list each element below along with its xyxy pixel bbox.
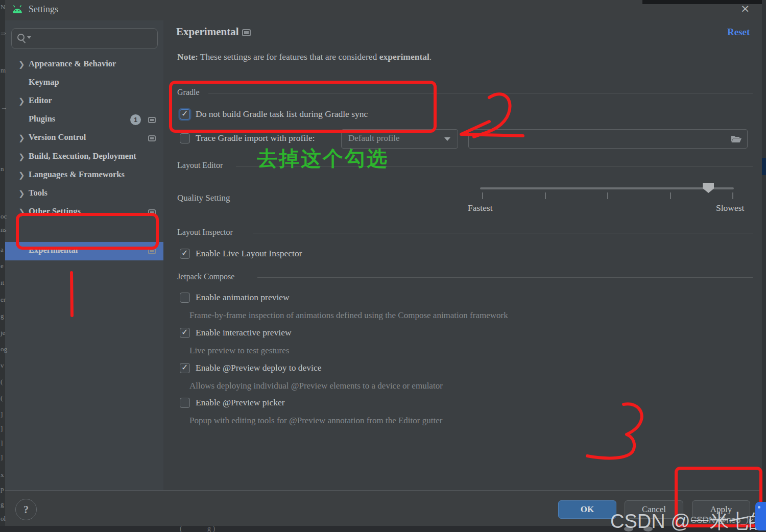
trace-gradle-checkbox[interactable] (180, 133, 190, 143)
chevron-right-icon[interactable]: ❯ (18, 96, 25, 106)
sidebar-item-version-control[interactable]: ❯ Version Control (5, 129, 163, 148)
chevron-right-icon[interactable]: ❯ (18, 189, 25, 198)
background-toolwindow-tab (762, 158, 766, 175)
sidebar-item-tools[interactable]: ❯ Tools (5, 185, 163, 203)
slider-max-label: Slowest (716, 203, 744, 213)
search-icon (17, 34, 25, 41)
watermark-small: CSDN @neo_尼欧 (690, 514, 763, 526)
monitor-icon (148, 117, 156, 123)
background-text-fragment: ] (1, 425, 3, 433)
background-text-fragment: oc (1, 212, 7, 221)
profile-path-input[interactable] (468, 129, 748, 149)
sidebar-item-other-settings[interactable]: ❯ Other Settings (5, 203, 163, 222)
sidebar-item-editor[interactable]: ❯ Editor (5, 92, 163, 111)
background-text-fragment: it (1, 279, 4, 287)
background-text-fragment: g (1, 500, 4, 509)
preview-deploy-label[interactable]: Enable @Preview deploy to device (196, 362, 321, 373)
search-options-caret-icon (27, 36, 31, 39)
ok-button[interactable]: OK (558, 500, 616, 519)
background-text-fragment: ] (1, 439, 3, 447)
preview-deploy-checkbox[interactable] (180, 363, 190, 373)
chevron-right-icon[interactable]: ❯ (18, 152, 25, 161)
background-text-fragment: g (1, 312, 4, 320)
monitor-icon (148, 135, 156, 141)
background-text-fragment: og (1, 345, 7, 353)
background-text-fragment: ( (1, 394, 3, 402)
background-text-fragment: je (1, 329, 5, 337)
interactive-preview-label[interactable]: Enable interactive preview (196, 327, 292, 338)
csdn-badge-icon (755, 502, 766, 530)
monitor-icon (148, 209, 156, 215)
background-text-fragment: v (1, 361, 4, 370)
background-window-strip-left: N⇒m→nocnsaeitergjeogv((]]]]xpgol (0, 0, 5, 532)
chevron-right-icon[interactable]: ❯ (18, 133, 25, 142)
section-label-layout-inspector: Layout Inspector (177, 228, 233, 237)
animation-preview-desc: Frame-by-frame inspection of animations … (189, 310, 508, 321)
profile-select-value: Default profile (348, 133, 400, 143)
preview-picker-checkbox[interactable] (180, 398, 190, 408)
help-button[interactable]: ? (15, 499, 37, 520)
reset-link[interactable]: Reset (727, 27, 750, 38)
note-text: Note: These settings are for features th… (177, 52, 432, 62)
quality-setting-label: Quality Setting (177, 193, 230, 203)
chevron-right-icon[interactable]: ❯ (18, 60, 25, 69)
footer-divider (5, 490, 762, 491)
background-text-fragment: x (1, 471, 4, 479)
sidebar-item-build-execution-deployment[interactable]: ❯ Build, Execution, Deployment (5, 148, 163, 166)
section-label-layout-editor: Layout Editor (177, 161, 223, 170)
android-studio-icon (11, 5, 23, 14)
background-text-fragment: ⇒ (1, 30, 6, 38)
background-window-strip-right (762, 0, 766, 532)
preview-picker-desc: Popup with editing tools for @Preview an… (189, 416, 442, 426)
interactive-preview-desc: Live preview to test gestures (189, 346, 289, 356)
quality-slider-track[interactable] (480, 187, 734, 189)
dont-build-gradle-label[interactable]: Do not build Gradle task list during Gra… (196, 109, 368, 119)
background-text-fragment: ] (1, 410, 3, 419)
background-window-strip-top (642, 0, 766, 4)
section-divider (257, 277, 753, 278)
background-text-fragment: ( (180, 525, 182, 532)
trace-gradle-label[interactable]: Trace Gradle import with profile: (196, 133, 315, 143)
settings-dialog: Settings × ❯ Appearance & Behavior Keyma… (0, 0, 766, 532)
background-text-fragment: p (1, 485, 4, 493)
background-text-fragment: m (1, 66, 6, 75)
dont-build-gradle-checkbox[interactable] (180, 109, 190, 119)
background-text-fragment: N (1, 3, 5, 11)
background-text-fragment: e (1, 262, 4, 270)
preview-deploy-desc: Allows deploying individual @Preview ele… (189, 381, 443, 391)
live-layout-inspector-label[interactable]: Enable Live Layout Inspector (196, 248, 302, 259)
sidebar-item-plugins[interactable]: Plugins 1 (5, 111, 163, 129)
sidebar-item-appearance-behavior[interactable]: ❯ Appearance & Behavior (5, 56, 163, 74)
sidebar-item-experimental[interactable]: Experimental (5, 242, 163, 260)
chevron-right-icon[interactable]: ❯ (18, 171, 25, 180)
animation-preview-label[interactable]: Enable animation preview (196, 292, 290, 303)
background-text-fragment: ] (1, 453, 3, 462)
background-text-fragment: g ) (207, 525, 215, 532)
background-text-fragment: n (1, 165, 4, 173)
background-text-fragment: ol (1, 515, 6, 523)
live-layout-inspector-checkbox[interactable] (180, 249, 190, 259)
background-text-fragment: ns (1, 226, 7, 234)
sidebar-item-languages-frameworks[interactable]: ❯ Languages & Frameworks (5, 166, 163, 185)
section-divider (253, 233, 753, 233)
chevron-right-icon[interactable]: ❯ (18, 207, 25, 216)
interactive-preview-checkbox[interactable] (180, 328, 190, 338)
chevron-down-icon (444, 137, 450, 141)
monitor-icon (148, 248, 156, 254)
section-label-gradle: Gradle (177, 88, 200, 97)
animation-preview-checkbox[interactable] (180, 293, 190, 303)
sidebar-item-keymap[interactable]: Keymap (5, 74, 163, 92)
slider-min-label: Fastest (468, 203, 493, 213)
background-text-fragment: ( (1, 378, 3, 386)
preview-picker-label[interactable]: Enable @Preview picker (196, 397, 285, 408)
monitor-icon (242, 29, 251, 36)
dialog-title: Settings (29, 4, 58, 15)
background-text-fragment: er (1, 296, 6, 304)
background-text-fragment: → (1, 104, 7, 112)
green-annotation-text: 去掉这个勾选 (257, 144, 389, 173)
plugins-count-badge: 1 (130, 114, 141, 125)
section-divider (208, 93, 753, 93)
search-input[interactable] (11, 28, 158, 49)
section-label-jetpack-compose: Jetpack Compose (177, 272, 234, 281)
folder-open-icon[interactable] (731, 134, 742, 143)
